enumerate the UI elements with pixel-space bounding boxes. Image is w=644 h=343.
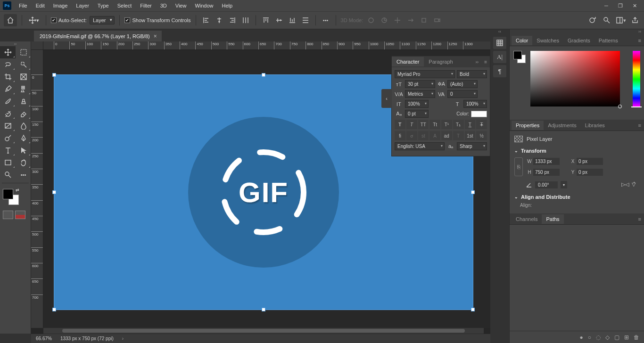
- saturation-brightness-field[interactable]: [530, 51, 620, 106]
- add-mask-icon[interactable]: ▢: [614, 334, 619, 341]
- fractions-button[interactable]: ½: [476, 131, 487, 140]
- foreground-background-swatch[interactable]: ⇄: [0, 185, 31, 209]
- eyedropper-tool[interactable]: [0, 83, 16, 95]
- tracking-field[interactable]: 0: [447, 90, 478, 98]
- align-left-edges-icon[interactable]: [201, 15, 211, 25]
- antialias-dropdown[interactable]: Sharp: [457, 142, 487, 150]
- dodge-tool[interactable]: [0, 132, 16, 144]
- tab-properties[interactable]: Properties: [512, 121, 544, 130]
- frame-tool[interactable]: [16, 71, 31, 83]
- font-family-dropdown[interactable]: Myriad Pro: [395, 70, 455, 78]
- ligatures-button[interactable]: fi: [395, 131, 405, 140]
- strikethrough-button[interactable]: Ŧ: [476, 120, 487, 129]
- quick-mask-mode-icon[interactable]: [15, 211, 25, 219]
- tab-channels[interactable]: Channels: [512, 214, 542, 224]
- lasso-tool[interactable]: [0, 58, 16, 71]
- window-close[interactable]: ✕: [628, 1, 641, 10]
- history-brush-tool[interactable]: [0, 107, 16, 120]
- faux-italic-button[interactable]: T: [406, 120, 417, 129]
- x-field[interactable]: 0 px: [577, 158, 603, 165]
- menu-3d[interactable]: 3D: [157, 1, 171, 10]
- document-dimensions[interactable]: 1333 px x 750 px (72 ppi): [60, 336, 114, 341]
- transform-section-header[interactable]: ⌄Transform: [514, 146, 639, 155]
- tab-paths[interactable]: Paths: [542, 214, 563, 224]
- home-button[interactable]: [4, 14, 17, 26]
- font-size-field[interactable]: 30 pt: [405, 80, 435, 88]
- hue-slider[interactable]: [633, 51, 640, 106]
- workspace-switcher-icon[interactable]: ▾: [616, 15, 626, 25]
- ordinals-button[interactable]: 1st: [465, 131, 476, 140]
- make-work-path-icon[interactable]: ◇: [605, 334, 610, 341]
- menu-window[interactable]: Window: [191, 1, 217, 10]
- titling-alternates-button[interactable]: T: [453, 131, 464, 140]
- tab-patterns[interactable]: Patterns: [594, 36, 622, 45]
- horizontal-ruler[interactable]: 0501001502002503003504004505005506006507…: [43, 41, 490, 50]
- rotation-dropdown[interactable]: ▾: [561, 181, 567, 188]
- color-panel-menu-icon[interactable]: ≡: [638, 38, 641, 43]
- distribute-vertical-icon[interactable]: [300, 15, 311, 25]
- discretionary-ligatures-button[interactable]: st: [418, 131, 429, 140]
- toolbox-collapse-icon[interactable]: ‹‹: [0, 41, 31, 46]
- status-bar-menu-icon[interactable]: ›: [122, 336, 124, 341]
- align-horizontal-centers-icon[interactable]: [214, 15, 224, 25]
- swash-button[interactable]: A: [429, 131, 440, 140]
- tab-swatches[interactable]: Swatches: [532, 36, 563, 45]
- window-minimize[interactable]: ─: [600, 1, 613, 10]
- document-tab[interactable]: 2019-GifsInEmail.gif @ 66.7% (Layer 1, R…: [34, 31, 162, 41]
- stylistic-alternates-button[interactable]: ad: [441, 131, 452, 140]
- spot-healing-brush-tool[interactable]: [16, 83, 31, 95]
- y-field[interactable]: 0 px: [577, 169, 603, 176]
- all-caps-button[interactable]: TT: [418, 120, 429, 129]
- swap-colors-icon[interactable]: ⇄: [16, 188, 19, 192]
- color-panel-fg-swatch[interactable]: [513, 51, 522, 59]
- load-path-selection-icon[interactable]: ◌: [596, 334, 601, 341]
- new-path-icon[interactable]: ⊞: [624, 334, 629, 341]
- tab-character[interactable]: Character: [392, 57, 424, 66]
- stroke-path-icon[interactable]: ○: [588, 334, 591, 341]
- right-dock-collapse-icon[interactable]: ››: [510, 29, 644, 35]
- menu-edit[interactable]: Edit: [32, 1, 49, 10]
- baseline-shift-field[interactable]: 0 pt: [405, 110, 429, 118]
- horizontal-scrollbar[interactable]: [43, 328, 484, 334]
- flip-horizontal-icon[interactable]: ▷◁: [621, 181, 629, 188]
- language-dropdown[interactable]: English: USA: [395, 142, 445, 150]
- tab-paragraph[interactable]: Paragraph: [424, 57, 457, 66]
- kerning-field[interactable]: Metrics: [405, 90, 435, 98]
- gradient-tool[interactable]: [0, 120, 16, 132]
- type-tool[interactable]: [0, 144, 16, 156]
- tab-gradients[interactable]: Gradients: [563, 36, 594, 45]
- contextual-alternates-button[interactable]: ơ: [406, 131, 417, 140]
- window-restore[interactable]: ❐: [614, 1, 627, 10]
- vertical-ruler[interactable]: 0501001502002503003504004505005506006507…: [31, 50, 43, 328]
- align-section-header[interactable]: ⌄Align and Distribute: [514, 192, 639, 202]
- menu-image[interactable]: Image: [50, 1, 72, 10]
- character-panel-collapse[interactable]: ››: [472, 59, 481, 65]
- color-panel-swatch[interactable]: [513, 51, 526, 63]
- faux-bold-button[interactable]: T: [395, 120, 405, 129]
- ruler-origin[interactable]: [31, 41, 43, 50]
- fill-path-icon[interactable]: ●: [580, 334, 583, 341]
- height-field[interactable]: 750 px: [533, 169, 560, 176]
- menu-view[interactable]: View: [172, 1, 190, 10]
- zoom-level[interactable]: 66.67%: [36, 336, 52, 341]
- align-bottom-edges-icon[interactable]: [287, 15, 297, 25]
- vertical-scale-field[interactable]: 100%: [405, 100, 429, 108]
- align-vertical-centers-icon[interactable]: [274, 15, 284, 25]
- align-top-edges-icon[interactable]: [261, 15, 271, 25]
- width-field[interactable]: 1333 px: [533, 158, 560, 165]
- edit-toolbar-icon[interactable]: •••: [16, 169, 31, 181]
- tab-adjustments[interactable]: Adjustments: [544, 121, 581, 130]
- font-weight-dropdown[interactable]: Bold: [457, 70, 487, 78]
- standard-mode-icon[interactable]: [3, 211, 13, 219]
- close-tab-icon[interactable]: ×: [154, 33, 157, 40]
- pen-tool[interactable]: [16, 132, 31, 144]
- dock-rail-collapse-icon[interactable]: ‹‹: [498, 29, 501, 35]
- paths-panel-menu-icon[interactable]: ≡: [638, 216, 641, 222]
- small-caps-button[interactable]: Tt: [429, 120, 440, 129]
- quick-selection-tool[interactable]: [16, 58, 31, 71]
- properties-panel-menu-icon[interactable]: ≡: [638, 122, 641, 128]
- clone-stamp-tool[interactable]: [16, 95, 31, 107]
- distribute-horizontal-icon[interactable]: [240, 15, 251, 25]
- delete-path-icon[interactable]: 🗑: [634, 334, 639, 341]
- menu-select[interactable]: Select: [114, 1, 136, 10]
